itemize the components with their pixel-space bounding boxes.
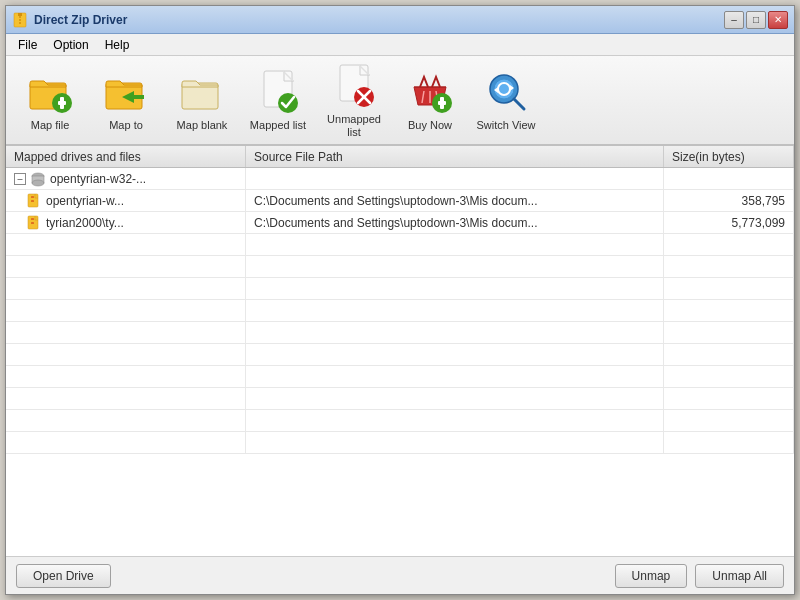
table-row-empty [6, 432, 794, 454]
menu-help[interactable]: Help [97, 36, 138, 54]
mapped-list-icon [254, 67, 302, 115]
svg-rect-22 [440, 97, 444, 109]
svg-rect-40 [31, 224, 34, 226]
open-drive-button[interactable]: Open Drive [16, 564, 111, 588]
switch-view-button[interactable]: Switch View [470, 60, 542, 140]
mapped-list-label: Mapped list [250, 119, 306, 132]
map-file-button[interactable]: Map file [14, 60, 86, 140]
table-row[interactable]: – opentyrian-w32-... [6, 168, 794, 190]
window-title: Direct Zip Driver [34, 13, 127, 27]
buy-now-button[interactable]: Buy Now [394, 60, 466, 140]
map-file-label: Map file [31, 119, 70, 132]
table-row-empty [6, 300, 794, 322]
col-header-name: Mapped drives and files [6, 146, 246, 167]
zip-file-icon [26, 193, 42, 209]
map-to-label: Map to [109, 119, 143, 132]
row-parent-name: – opentyrian-w32-... [6, 168, 246, 189]
menu-option[interactable]: Option [45, 36, 96, 54]
map-blank-icon [178, 67, 226, 115]
row-child1-path: C:\Documents and Settings\uptodown-3\Mis… [246, 190, 664, 211]
map-blank-label: Map blank [177, 119, 228, 132]
row-child2-size: 5,773,099 [664, 212, 794, 233]
menubar: File Option Help [6, 34, 794, 56]
svg-rect-34 [31, 198, 34, 200]
col-header-path: Source File Path [246, 146, 664, 167]
row-child2-name: tyrian2000\ty... [6, 212, 246, 233]
table-row-empty [6, 410, 794, 432]
col-header-size: Size(in bytes) [664, 146, 794, 167]
map-file-icon [26, 67, 74, 115]
mapped-list-button[interactable]: Mapped list [242, 60, 314, 140]
svg-rect-39 [31, 220, 34, 222]
switch-view-label: Switch View [476, 119, 535, 132]
buy-now-icon [406, 67, 454, 115]
table-row-empty [6, 388, 794, 410]
table-row-empty [6, 256, 794, 278]
map-blank-button[interactable]: Map blank [166, 60, 238, 140]
table-row-empty [6, 366, 794, 388]
table-body: – opentyrian-w32-... [6, 168, 794, 556]
menu-file[interactable]: File [10, 36, 45, 54]
unmap-all-button[interactable]: Unmap All [695, 564, 784, 588]
table-row[interactable]: tyrian2000\ty... C:\Documents and Settin… [6, 212, 794, 234]
main-window: Direct Zip Driver – □ ✕ File Option Help [5, 5, 795, 595]
table-row-empty [6, 322, 794, 344]
titlebar-buttons: – □ ✕ [724, 11, 788, 29]
zip-file-icon2 [26, 215, 42, 231]
svg-rect-38 [31, 222, 34, 224]
titlebar: Direct Zip Driver – □ ✕ [6, 6, 794, 34]
close-button[interactable]: ✕ [768, 11, 788, 29]
svg-rect-1 [18, 13, 22, 16]
toolbar: Map file Map to [6, 56, 794, 146]
unmap-button[interactable]: Unmap [615, 564, 688, 588]
table-header: Mapped drives and files Source File Path… [6, 146, 794, 168]
content-area: Mapped drives and files Source File Path… [6, 146, 794, 556]
buy-now-label: Buy Now [408, 119, 452, 132]
map-to-button[interactable]: Map to [90, 60, 162, 140]
row-child1-size: 358,795 [664, 190, 794, 211]
row-parent-path [246, 168, 664, 189]
map-to-icon [102, 67, 150, 115]
table-row[interactable]: opentyrian-w... C:\Documents and Setting… [6, 190, 794, 212]
svg-rect-37 [31, 218, 34, 220]
unmapped-list-label: Unmapped list [323, 113, 385, 139]
maximize-button[interactable]: □ [746, 11, 766, 29]
footer: Open Drive Unmap Unmap All [6, 556, 794, 594]
svg-rect-35 [31, 202, 34, 204]
unmapped-list-button[interactable]: Unmapped list [318, 60, 390, 140]
table-row-empty [6, 234, 794, 256]
app-icon [12, 12, 28, 28]
drive-icon [30, 171, 46, 187]
table-row-empty [6, 344, 794, 366]
unmapped-list-icon [330, 61, 378, 109]
parent-row-name: opentyrian-w32-... [50, 172, 146, 186]
table-row-empty [6, 278, 794, 300]
row-child1-name: opentyrian-w... [6, 190, 246, 211]
svg-rect-32 [31, 196, 34, 198]
svg-point-30 [32, 180, 44, 186]
minimize-button[interactable]: – [724, 11, 744, 29]
svg-line-27 [514, 99, 524, 109]
titlebar-left: Direct Zip Driver [12, 12, 127, 28]
footer-right: Unmap Unmap All [615, 564, 784, 588]
child1-row-name: opentyrian-w... [46, 194, 124, 208]
expand-button[interactable]: – [14, 173, 26, 185]
row-child2-path: C:\Documents and Settings\uptodown-3\Mis… [246, 212, 664, 233]
svg-rect-6 [60, 97, 64, 109]
svg-rect-33 [31, 200, 34, 202]
child2-row-name: tyrian2000\ty... [46, 216, 124, 230]
switch-view-icon [482, 67, 530, 115]
row-parent-size [664, 168, 794, 189]
